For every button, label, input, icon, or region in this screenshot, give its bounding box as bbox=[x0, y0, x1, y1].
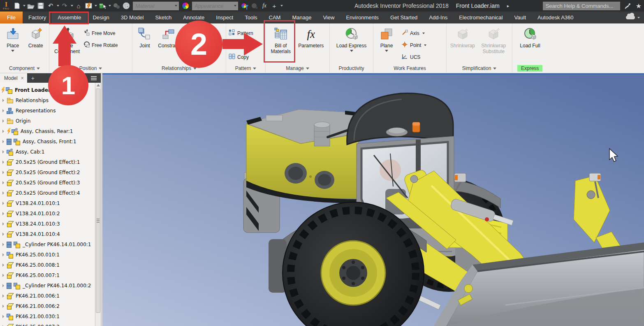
color-wheel-icon[interactable] bbox=[181, 1, 190, 11]
scrollbar-grip-icon[interactable] bbox=[97, 219, 100, 219]
expand-chevron-icon[interactable] bbox=[2, 274, 4, 277]
ucs-button[interactable]: UCS bbox=[401, 51, 426, 63]
tab-inspect[interactable]: Inspect bbox=[210, 12, 239, 23]
tab-autodesk-a360[interactable]: Autodesk A360 bbox=[532, 12, 579, 23]
tree-item[interactable]: PK46.25.00.007:2 bbox=[1, 321, 95, 326]
show-sick-button[interactable]: Show Sick bbox=[184, 39, 216, 51]
a360-cloud[interactable] bbox=[626, 12, 640, 23]
move-component-button[interactable]: Move Component bbox=[51, 25, 83, 64]
component-spheres-icon[interactable] bbox=[112, 1, 121, 11]
tab-file[interactable]: File bbox=[0, 12, 23, 23]
expand-chevron-icon[interactable] bbox=[2, 202, 4, 205]
cloud-caret-icon[interactable] bbox=[637, 17, 640, 19]
add-browser-tab-button[interactable]: + bbox=[27, 75, 39, 82]
tab-annotate[interactable]: Annotate bbox=[177, 12, 210, 23]
tree-item[interactable]: PK46.25.00.010:1 bbox=[1, 249, 95, 260]
axis-caret-icon[interactable] bbox=[422, 33, 425, 34]
expand-chevron-icon[interactable] bbox=[2, 181, 4, 184]
expand-chevron-icon[interactable] bbox=[2, 253, 4, 256]
tree-item[interactable]: PK46.25.00.007:1 bbox=[1, 270, 95, 280]
tree-item[interactable]: 20.5x25 (Ground Effect):4 bbox=[1, 188, 95, 198]
place-caret-icon[interactable] bbox=[11, 50, 14, 52]
tab-assemble[interactable]: Assemble bbox=[52, 12, 87, 23]
tab-view[interactable]: View bbox=[317, 12, 340, 23]
tab-factory[interactable]: Factory bbox=[23, 12, 52, 23]
clear-highlight-icon[interactable] bbox=[250, 1, 259, 11]
expand-chevron-icon[interactable] bbox=[2, 150, 4, 154]
expand-chevron-icon[interactable] bbox=[2, 294, 4, 298]
panel-label-manage[interactable]: Manage bbox=[266, 64, 329, 73]
show-button[interactable]: Show bbox=[184, 27, 216, 39]
appearance-combo[interactable] bbox=[192, 2, 238, 10]
tab-sketch[interactable]: Sketch bbox=[149, 12, 177, 23]
browser-menu-icon[interactable] bbox=[91, 76, 97, 77]
panel-label-component[interactable]: Component bbox=[0, 64, 49, 73]
copy-button[interactable]: Copy bbox=[229, 51, 253, 63]
expand-chevron-icon[interactable] bbox=[2, 99, 4, 102]
tree-item[interactable]: PK46.21.00.030:1 bbox=[1, 311, 95, 321]
tab-design[interactable]: Design bbox=[87, 12, 115, 23]
tree-item[interactable]: V138.24.01.010:2 bbox=[1, 208, 95, 219]
expand-chevron-icon[interactable] bbox=[2, 284, 4, 287]
tree-item[interactable]: V138.24.01.010:4 bbox=[1, 229, 95, 239]
material-combo[interactable] bbox=[133, 2, 179, 10]
material-input[interactable] bbox=[133, 3, 174, 9]
viewport-3d[interactable] bbox=[102, 73, 644, 326]
axis-button[interactable]: Axis bbox=[401, 27, 426, 39]
tab-vault[interactable]: Vault bbox=[508, 12, 532, 23]
update-caret-icon[interactable] bbox=[95, 5, 97, 7]
create-button[interactable]: Create bbox=[28, 25, 43, 64]
browser-tab-model[interactable]: Model × bbox=[0, 73, 27, 83]
free-move-button[interactable]: Free Move bbox=[83, 27, 118, 39]
bill-of-materials-button[interactable]: Bill of Materials bbox=[268, 25, 294, 64]
new-file-icon[interactable] bbox=[12, 1, 21, 11]
free-rotate-button[interactable]: Free Rotate bbox=[83, 39, 118, 51]
pattern-button[interactable]: Pattern bbox=[229, 27, 253, 39]
expand-chevron-icon[interactable] bbox=[2, 233, 4, 236]
tab-cam[interactable]: CAM bbox=[263, 12, 287, 23]
add-icon[interactable]: + bbox=[270, 1, 279, 11]
tree-item[interactable]: PK46.25.00.008:1 bbox=[1, 260, 95, 270]
point-caret-icon[interactable] bbox=[424, 44, 426, 46]
scroll-up-icon[interactable] bbox=[97, 84, 100, 86]
expand-chevron-icon[interactable] bbox=[2, 305, 4, 308]
tree-item[interactable]: _Cylinder PK46.14.01.000:1 bbox=[1, 239, 95, 249]
search-input[interactable] bbox=[543, 2, 620, 10]
expand-chevron-icon[interactable] bbox=[2, 171, 4, 174]
tab-get-started[interactable]: Get Started bbox=[385, 12, 423, 23]
sign-in-satellite-icon[interactable] bbox=[623, 1, 632, 11]
tab-manage[interactable]: Manage bbox=[286, 12, 317, 23]
tree-scrollbar[interactable] bbox=[95, 83, 101, 326]
mirror-button[interactable]: Mirror bbox=[229, 39, 253, 51]
undo-icon[interactable]: ↶ bbox=[46, 1, 55, 11]
expand-chevron-icon[interactable] bbox=[2, 191, 4, 195]
tree-item[interactable]: _Cylinder PK46.14.01.000:2 bbox=[1, 280, 95, 291]
expand-chevron-icon[interactable] bbox=[2, 161, 4, 164]
select-icon[interactable] bbox=[98, 1, 107, 11]
constrain-button[interactable]: Constrain bbox=[155, 25, 182, 64]
load-full-button[interactable]: Load Full bbox=[517, 25, 544, 64]
tree-item[interactable]: Relationships bbox=[1, 95, 95, 105]
expand-chevron-icon[interactable] bbox=[2, 212, 4, 215]
tree-item[interactable]: PK46.21.00.006:2 bbox=[1, 301, 95, 311]
expand-chevron-icon[interactable] bbox=[2, 263, 4, 267]
appearance-input[interactable] bbox=[192, 3, 233, 9]
home-icon[interactable]: ⌂ bbox=[74, 1, 83, 11]
panel-label-relationships[interactable]: Relationships bbox=[132, 64, 226, 73]
tree-item[interactable]: Assy, Chassis, Rear:1 bbox=[1, 126, 95, 136]
point-button[interactable]: Point bbox=[401, 39, 426, 51]
plane-button[interactable]: Plane bbox=[375, 25, 398, 64]
tree-item[interactable]: Front Loader bbox=[1, 85, 95, 95]
tab-3d-model[interactable]: 3D Model bbox=[115, 12, 150, 23]
select-caret-icon[interactable] bbox=[109, 5, 111, 7]
tree-item[interactable]: PK46.21.00.006:1 bbox=[1, 291, 95, 301]
tree-item[interactable]: Origin bbox=[1, 116, 95, 126]
tree-item[interactable]: 20.5x25 (Ground Effect):2 bbox=[1, 167, 95, 177]
tab-add-ins[interactable]: Add-Ins bbox=[423, 12, 453, 23]
panel-label-position[interactable]: Position bbox=[49, 64, 132, 73]
expand-chevron-icon[interactable] bbox=[2, 130, 4, 133]
expand-chevron-icon[interactable] bbox=[2, 243, 4, 246]
tree-item[interactable]: Representations bbox=[1, 105, 95, 116]
load-express-caret-icon[interactable] bbox=[350, 50, 353, 52]
load-express-button[interactable]: Load Express bbox=[333, 25, 370, 64]
